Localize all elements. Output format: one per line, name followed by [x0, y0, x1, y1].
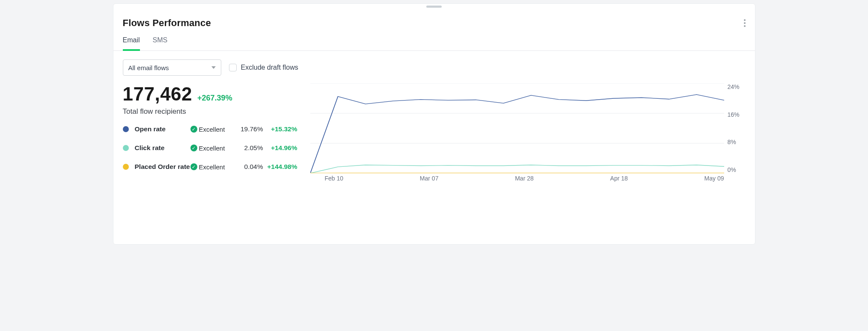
metric-row: Click rate✓Excellent2.05%+14.96% — [123, 144, 297, 152]
exclude-draft-label: Exclude draft flows — [241, 64, 298, 71]
exclude-draft-toggle[interactable]: Exclude draft flows — [229, 64, 298, 71]
metrics-list: Open rate✓Excellent19.76%+15.32%Click ra… — [123, 125, 297, 171]
check-circle-icon: ✓ — [190, 126, 197, 133]
y-tick-label: 16% — [728, 111, 740, 118]
series-color-dot — [123, 126, 129, 132]
metric-name: Open rate — [135, 125, 190, 133]
x-tick-label: Mar 28 — [515, 175, 534, 182]
metric-name: Placed Order rate — [135, 163, 190, 171]
total-recipients-value: 177,462 — [123, 83, 193, 105]
y-axis: 24%16%8%0% — [724, 83, 746, 173]
x-tick-label: May 09 — [705, 175, 724, 182]
x-tick-label: Mar 07 — [420, 175, 439, 182]
metric-rating: ✓Excellent — [190, 145, 233, 152]
channel-tabs: EmailSMS — [113, 36, 755, 51]
check-circle-icon: ✓ — [190, 163, 197, 170]
drag-handle-icon[interactable] — [426, 6, 442, 8]
flow-filter-dropdown[interactable]: All email flows — [123, 59, 221, 76]
line-chart-svg — [310, 83, 724, 173]
metric-delta: +144.98% — [263, 163, 297, 171]
x-tick-label: Apr 18 — [610, 175, 628, 182]
metric-row: Open rate✓Excellent19.76%+15.32% — [123, 125, 297, 133]
y-tick-label: 0% — [728, 166, 736, 173]
flows-performance-card: Flows Performance EmailSMS All email flo… — [113, 3, 755, 245]
card-title: Flows Performance — [123, 18, 746, 29]
series-line — [310, 95, 724, 173]
chevron-down-icon — [211, 66, 216, 69]
total-recipients-label: Total flow recipients — [123, 107, 297, 116]
total-recipients-delta: +267.39% — [197, 94, 232, 103]
summary-panel: 177,462 +267.39% Total flow recipients O… — [123, 83, 297, 182]
x-tick-label: Feb 10 — [325, 175, 344, 182]
metric-value: 0.04% — [233, 163, 263, 171]
more-menu-button[interactable] — [744, 19, 746, 27]
series-line — [310, 165, 724, 173]
flow-filter-value: All email flows — [128, 64, 169, 71]
metric-rating: ✓Excellent — [190, 163, 233, 171]
metric-delta: +15.32% — [263, 125, 297, 133]
metric-delta: +14.96% — [263, 144, 297, 152]
check-circle-icon: ✓ — [190, 145, 197, 151]
tab-email[interactable]: Email — [123, 36, 140, 51]
metric-rating: ✓Excellent — [190, 126, 233, 133]
metric-name: Click rate — [135, 144, 190, 152]
y-tick-label: 8% — [728, 139, 736, 145]
tab-sms[interactable]: SMS — [153, 36, 168, 50]
x-axis: Feb 10Mar 07Mar 28Apr 18May 09 — [310, 175, 724, 182]
metric-row: Placed Order rate✓Excellent0.04%+144.98% — [123, 163, 297, 171]
performance-chart: 24%16%8%0% Feb 10Mar 07Mar 28Apr 18May 0… — [310, 83, 746, 182]
checkbox-icon — [229, 64, 237, 71]
series-color-dot — [123, 145, 129, 151]
series-color-dot — [123, 164, 129, 170]
metric-value: 19.76% — [233, 125, 263, 133]
metric-value: 2.05% — [233, 144, 263, 152]
y-tick-label: 24% — [728, 83, 740, 90]
